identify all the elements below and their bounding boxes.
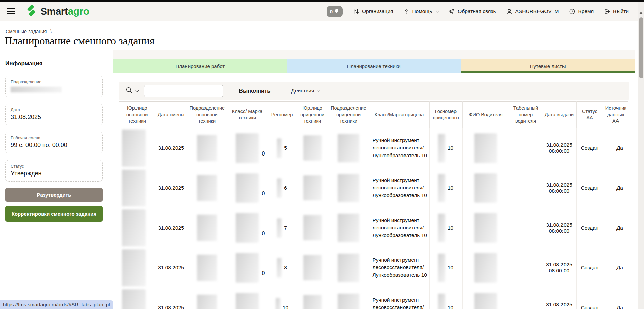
trailer-gos-number: 10 <box>448 185 453 191</box>
column-header[interactable]: Источник данных АА <box>603 102 628 128</box>
redacted-blur <box>438 214 445 242</box>
trailer-gos-number: 10 <box>448 145 453 151</box>
vehicle-class-cell: 0 <box>227 288 268 309</box>
column-header[interactable]: Дата смены <box>155 102 187 128</box>
legal-entity-main-cell <box>119 168 155 208</box>
topbar-item-label: Организация <box>362 8 393 14</box>
reg-number-cell: 5 <box>268 128 297 168</box>
driver-name-cell <box>462 208 509 248</box>
logo-text: Smartagro <box>40 6 89 17</box>
panel-top-strip <box>113 50 635 59</box>
vehicle-class-cell: 0 <box>227 168 268 208</box>
redacted-blur <box>438 294 445 309</box>
trailer-number-cell: 10 <box>429 248 462 288</box>
redacted-blur <box>474 253 497 283</box>
legal-entity-main-cell <box>119 248 155 288</box>
redacted-blur <box>236 253 259 283</box>
shift-date-cell: 31.08.2025 <box>155 248 187 288</box>
aa-source-cell: Да <box>603 128 628 168</box>
actions-menu-button[interactable]: Действия <box>291 88 319 94</box>
tab-планирование-техники[interactable]: Планирование техники <box>287 59 461 73</box>
sidebar: Информация ПодразделениеДата31.08.2025Ра… <box>0 50 108 309</box>
shift-task-corrections-button[interactable]: Корректировки сменного задания <box>5 206 103 222</box>
subdivision-main-cell <box>187 168 227 208</box>
column-header[interactable]: ФИО Водителя <box>462 102 509 128</box>
search-options-button[interactable] <box>124 84 139 97</box>
column-header[interactable]: Дата выдачи <box>542 102 576 128</box>
search-input[interactable] <box>144 85 223 97</box>
column-header[interactable]: Регномер <box>268 102 297 128</box>
breadcrumb[interactable]: Сменные задания \ <box>6 29 52 34</box>
execute-button[interactable]: Выполнить <box>239 88 270 94</box>
aa-source-cell: Да <box>603 248 628 288</box>
vehicle-class-cell: 0 <box>227 208 268 248</box>
column-header[interactable]: Юр.лицо основной техники <box>119 102 155 128</box>
column-header[interactable]: Подразделение прицепной техники <box>328 102 369 128</box>
unapprove-button[interactable]: Разутвердить <box>5 188 103 202</box>
column-header[interactable]: Госномер прицепного <box>429 102 462 128</box>
topbar-item-время[interactable]: Время <box>569 8 594 15</box>
tab-планирование-работ[interactable]: Планирование работ <box>113 59 287 73</box>
table-row[interactable]: 31.08.202506Ручной инструмент лесовосста… <box>119 168 628 208</box>
scrollbar-thumb[interactable] <box>639 17 643 78</box>
redacted-blur <box>197 215 217 241</box>
column-header[interactable]: Класс/ Марка техники <box>227 102 268 128</box>
sidebar-fields: ПодразделениеДата31.08.2025Рабочая смена… <box>5 76 103 182</box>
shift-date-cell: 31.08.2025 <box>155 288 187 309</box>
trailer-number-cell: 10 <box>429 288 462 309</box>
redacted-blur <box>303 215 322 240</box>
breadcrumb-link[interactable]: Сменные задания <box>6 29 47 34</box>
main-panel: Планирование работПланирование техникиПу… <box>113 50 635 309</box>
table-row[interactable]: 31.08.202507Ручной инструмент лесовосста… <box>119 208 628 248</box>
redacted-blur <box>338 174 359 202</box>
driver-name-cell <box>462 128 509 168</box>
subdivision-trailer-cell <box>328 288 369 309</box>
trailer-class-cell: Ручной инструмент лесовосстановителя/ Лу… <box>369 288 429 309</box>
app-logo[interactable]: Smartagro <box>25 4 89 18</box>
trailer-number-cell: 10 <box>429 208 462 248</box>
aa-status-cell: Создан <box>576 208 603 248</box>
notifications-button[interactable]: 0 <box>327 6 343 17</box>
tab-путевые-листы[interactable]: Путевые листы <box>461 59 635 73</box>
redacted-blur <box>277 138 282 158</box>
topbar-item-label: ASHURBEGOV_M <box>515 8 559 14</box>
field-label: Статус <box>11 164 97 169</box>
topbar-item-обратная-связь[interactable]: Обратная связь <box>448 8 496 15</box>
column-header[interactable]: Юр.лицо прицепной техники <box>297 102 328 128</box>
column-header[interactable]: Подразделение основной техники <box>187 102 227 128</box>
topbar-item-label: Обратная связь <box>458 8 496 14</box>
chevron-down-icon <box>317 88 320 92</box>
redacted-blur <box>277 258 282 277</box>
reg-number: 6 <box>284 185 287 191</box>
subdivision-main-cell <box>187 248 227 288</box>
scroll-up-arrow-icon[interactable] <box>639 12 643 14</box>
column-header[interactable]: Статус АА <box>576 102 603 128</box>
topbar-item-помощь[interactable]: Помощь <box>403 8 438 15</box>
shift-date-cell: 31.08.2025 <box>155 208 187 248</box>
column-header[interactable]: Табельный номер водителя <box>509 102 542 128</box>
aa-source-cell: Да <box>603 208 628 248</box>
vertical-scrollbar[interactable] <box>638 2 644 309</box>
table-row[interactable]: 31.08.202508Ручной инструмент лесовосста… <box>119 248 628 288</box>
vehicle-class-fragment: 0 <box>262 191 265 197</box>
legal-entity-trailer-cell <box>297 208 328 248</box>
vehicle-class-cell: 0 <box>227 128 268 168</box>
trailer-class-cell: Ручной инструмент лесовосстановителя/ Лу… <box>369 168 429 208</box>
table-row[interactable]: 31.08.2025010Ручной инструмент лесовосст… <box>119 288 628 309</box>
redacted-blur <box>197 175 217 201</box>
column-header[interactable]: Класс/Марка прицепа <box>369 102 429 128</box>
redacted-blur <box>438 174 445 202</box>
menu-button[interactable] <box>7 8 15 14</box>
redacted-blur <box>338 214 359 242</box>
redacted-blur <box>122 289 146 309</box>
topbar-item-выйти[interactable]: Выйти <box>604 8 629 15</box>
aa-status-cell: Создан <box>576 288 603 309</box>
table-row[interactable]: 31.08.202505Ручной инструмент лесовосста… <box>119 128 628 168</box>
redacted-blur <box>277 218 282 238</box>
redacted-blur <box>303 175 322 200</box>
topbar-item-ashurbegov_m[interactable]: ASHURBEGOV_M <box>506 8 559 15</box>
report-table: Юр.лицо основной техникиДата сменыПодраз… <box>119 101 628 309</box>
topbar-item-организация[interactable]: Организация <box>353 8 393 15</box>
field-value: 99 с: 00:00 по: 00:00 <box>11 142 97 149</box>
bell-icon <box>334 8 339 15</box>
